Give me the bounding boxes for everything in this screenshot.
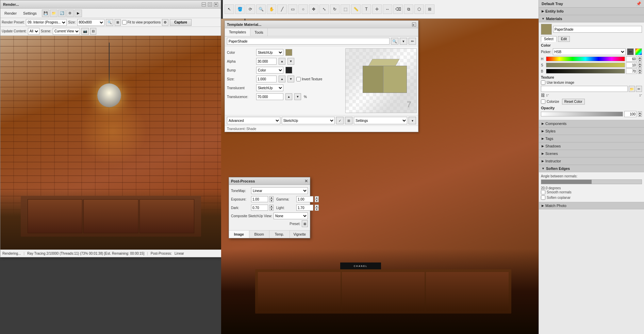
preset-select[interactable]: 09. Interior (Progres... [26,19,67,26]
soften-slider[interactable] [541,179,642,184]
grid-btn[interactable]: ⊞ [345,117,352,124]
shadows-header[interactable]: ▶ Shadows [539,142,644,150]
edit-button[interactable]: Edit [558,36,570,42]
bottom-select-settings[interactable]: Settings [354,117,407,124]
menu-settings[interactable]: Settings [20,11,39,15]
opacity-slider[interactable] [541,112,623,116]
chain-link-icon[interactable]: ⛓ [541,93,545,98]
gamma-up[interactable]: ▲ [315,196,319,199]
sk-icon-comp[interactable]: ⬡ [414,4,424,14]
sk-icon-dim[interactable]: ↔ [383,4,392,14]
sk-icon-axes[interactable]: ✛ [372,4,382,14]
pin-icon[interactable]: 📌 [636,1,641,6]
camera-btn[interactable]: 📷 [81,28,89,35]
tags-header[interactable]: ▶ Tags [539,135,644,142]
pp-tab-bloom[interactable]: Bloom [249,230,270,238]
sk-icon-eraser[interactable]: ⌫ [393,4,403,14]
translucent-select[interactable]: SketchUp [256,84,283,91]
alpha-input[interactable] [256,58,277,65]
scenes-header[interactable]: ▶ Scenes [539,150,644,157]
pp-tab-temp[interactable]: Temp. [269,230,290,238]
translucence-input[interactable] [256,93,283,100]
toolbar-icon-2[interactable]: 📁 [50,10,57,17]
exposure-up[interactable]: ▲ [269,196,274,199]
sk-icon-text[interactable]: T [362,4,371,14]
sk-icon-line[interactable]: ╱ [277,4,287,14]
texture-edit-icon[interactable]: ✏ [636,86,642,92]
color-select[interactable]: SketchUp [256,49,283,56]
gamma-down[interactable]: ▼ [315,199,319,202]
check-btn[interactable]: ✓ [336,117,344,124]
exposure-down[interactable]: ▼ [269,199,274,202]
settings-icon-btn[interactable]: ⚙ [162,19,168,26]
exposure-input[interactable] [251,196,268,202]
pp-tab-image[interactable]: Image [229,230,249,238]
size-up[interactable]: ▲ [279,76,285,82]
bottom-select-sketchup[interactable]: SketchUp [282,117,335,124]
styles-header[interactable]: ▶ Styles [539,127,644,135]
color-dropper-icon[interactable]: ✏ [627,48,634,55]
entity-info-header[interactable]: ▶ Entity Info [539,7,644,15]
components-header[interactable]: ▶ Components [539,120,644,127]
fit-checkbox[interactable] [122,20,127,25]
dark-input[interactable] [251,205,268,211]
composite-select[interactable]: None [274,212,308,219]
preset-btn[interactable]: ⊞ [302,220,308,227]
material-name-input[interactable] [553,26,642,33]
instructor-header[interactable]: ▶ Instructor [539,157,644,165]
materials-close-btn[interactable]: × [412,22,416,27]
translucence-up[interactable]: ▲ [285,93,292,100]
settings-dropdown-btn[interactable]: ▾ [409,117,416,124]
sk-icon-move[interactable]: ✥ [309,4,318,14]
dark-down[interactable]: ▼ [269,208,274,211]
s-slider[interactable] [546,63,625,67]
zoom-btn[interactable]: 🔍 [106,19,113,26]
select-button[interactable]: Select [541,36,557,42]
dropdown-icon[interactable]: ▾ [400,38,407,45]
use-texture-checkbox[interactable] [541,80,545,85]
bump-color-select[interactable]: Color [256,67,283,74]
texture-folder-icon[interactable]: 📁 [629,86,635,92]
bottom-select-advanced[interactable]: Advanced [227,117,280,124]
materials-search-input[interactable] [227,38,390,45]
sk-icon-paint[interactable]: 🪣 [235,4,245,14]
s-input[interactable] [626,62,637,68]
minimize-btn[interactable]: — [202,2,206,6]
b-input[interactable] [626,68,637,74]
b-down[interactable]: ▼ [638,71,642,74]
sk-icon-select[interactable]: ↖ [225,4,234,14]
gamma-input[interactable] [296,196,313,202]
toolbar-icon-1[interactable]: 💾 [42,10,49,17]
b-up[interactable]: ▲ [638,68,642,71]
sk-icon-section[interactable]: ⧉ [404,4,413,14]
size-input-mat[interactable] [256,76,277,82]
h-slider[interactable] [546,57,625,61]
tonemap-select[interactable]: Linear [251,187,308,194]
close-btn[interactable]: ✕ [214,2,218,6]
opacity-up[interactable]: ▲ [638,111,642,114]
invert-texture-checkbox[interactable] [296,77,301,81]
toolbar-icon-3[interactable]: 🔄 [58,10,66,17]
picker-select[interactable]: HSB [553,48,626,55]
sk-icon-scale[interactable]: ⤡ [319,4,329,14]
menu-render[interactable]: Render [2,11,19,15]
pp-tab-vignette[interactable]: Vignette [290,230,310,238]
update-select[interactable]: All [28,28,39,35]
scene-select[interactable]: Current View [53,28,80,35]
alpha-down[interactable]: ▼ [287,58,294,65]
b-slider[interactable] [546,69,625,74]
opacity-input[interactable] [624,111,637,117]
sk-icon-zoom[interactable]: 🔍 [256,4,266,14]
s-up[interactable]: ▲ [638,62,642,65]
colorize-checkbox[interactable] [541,99,545,104]
color-wheel-icon[interactable] [635,48,642,55]
sk-icon-pan[interactable]: ✋ [267,4,276,14]
sk-icon-rotate[interactable]: ↻ [330,4,340,14]
view2-btn[interactable]: ⊟ [90,28,96,35]
light-down[interactable]: ▼ [315,208,319,211]
h-up[interactable]: ▲ [638,56,642,59]
eyedropper-icon[interactable]: ✏ [409,38,416,45]
sk-icon-tape[interactable]: 📏 [351,4,361,14]
soften-coplanar-checkbox[interactable] [541,195,545,200]
soften-edges-header[interactable]: ▼ Soften Edges [539,165,644,172]
